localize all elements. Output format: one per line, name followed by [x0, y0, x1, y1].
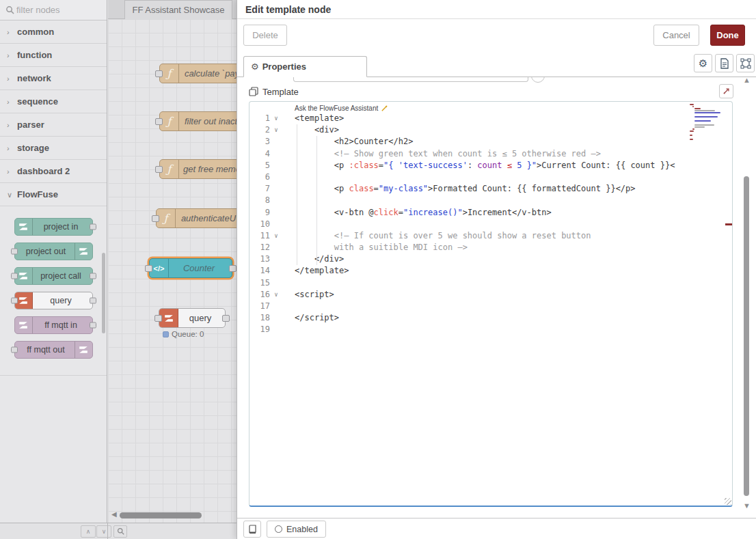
dialog-tabrow: ⚙Properties ⚙: [237, 51, 756, 77]
node-port-in[interactable]: [155, 70, 163, 77]
fold-arrow-icon[interactable]: ∨: [270, 289, 282, 301]
docs-button[interactable]: [243, 521, 261, 538]
edit-template-dialog: Edit template node Delete Cancel Done ⚙P…: [237, 0, 756, 539]
appearance-button[interactable]: [736, 54, 755, 72]
palette-category-common[interactable]: ›common: [0, 20, 107, 44]
node-port-out[interactable]: [90, 322, 96, 329]
palette-flowfuse-nodes: project inproject outproject callqueryff…: [0, 206, 107, 376]
enabled-label: Enabled: [286, 525, 318, 534]
palette-search[interactable]: [0, 0, 107, 20]
palette-node-project-out[interactable]: project out: [14, 243, 93, 260]
fold-arrow-icon[interactable]: ∨: [270, 124, 282, 136]
status-dot-icon: [163, 331, 169, 337]
enabled-toggle[interactable]: Enabled: [267, 521, 326, 538]
node-settings-button[interactable]: ⚙: [694, 54, 712, 72]
palette-category-storage[interactable]: ›storage: [0, 137, 107, 160]
code-line: 11∨ <!— If count is over 5 we should sho…: [249, 230, 732, 242]
minimap-line: [690, 130, 694, 132]
palette-category-sequence[interactable]: ›sequence: [0, 90, 107, 113]
flow-canvas[interactable]: ◀ ƒcalculate `payƒfilter out inactiƒget …: [108, 19, 237, 523]
palette-node-label: project in: [33, 219, 90, 235]
line-number: 8: [249, 195, 270, 206]
flow-node-authenticateu[interactable]: ƒauthenticateU: [156, 208, 237, 228]
scroll-down-icon[interactable]: ▼: [743, 501, 751, 510]
palette-node-ff-mqtt-out[interactable]: ff mqtt out: [14, 341, 93, 359]
palette-node-ff-mqtt-in[interactable]: ff mqtt in: [14, 316, 93, 334]
palette-node-project-call[interactable]: project call: [14, 267, 93, 285]
fold-arrow-icon[interactable]: ∨: [270, 113, 282, 124]
palette-node-label: project call: [33, 268, 90, 284]
code-editor[interactable]: Ask the FlowFuse Assistant 1∨<template>2…: [249, 101, 733, 507]
line-number: 13: [249, 253, 270, 265]
node-port-in[interactable]: [152, 215, 159, 222]
flow-node-counter[interactable]: </>Counter: [149, 258, 232, 278]
node-port-out[interactable]: [229, 265, 237, 272]
palette-category-dashboard-2[interactable]: ›dashboard 2: [0, 160, 107, 183]
flow-node-label: Counter: [169, 259, 229, 277]
delete-button[interactable]: Delete: [243, 25, 287, 46]
flow-node-label: filter out inacti: [179, 112, 237, 130]
fold-arrow-icon[interactable]: ∨: [270, 230, 282, 242]
collapse-all-button[interactable]: ∧: [81, 525, 96, 538]
code-line: 3 <h2>Counter</h2>: [249, 136, 732, 148]
node-port-in[interactable]: [11, 347, 18, 353]
expand-all-button[interactable]: ∨: [96, 525, 111, 538]
palette-category-function[interactable]: ›function: [0, 44, 107, 67]
code-line: 15: [249, 277, 732, 289]
flow-node-get-free-memo[interactable]: ƒget free memo: [159, 159, 237, 179]
scroll-up-icon[interactable]: ▲: [743, 77, 751, 84]
function-icon: ƒ: [160, 160, 179, 178]
node-port-in[interactable]: [145, 265, 152, 272]
node-port-in[interactable]: [154, 315, 162, 322]
tab-properties[interactable]: ⚙Properties: [243, 56, 367, 77]
description-button[interactable]: [715, 54, 733, 72]
workspace: FF Assistant Showcase ◀ ƒcalculate `payƒ…: [108, 0, 237, 523]
expand-editor-button[interactable]: [719, 84, 733, 98]
node-port-in[interactable]: [11, 298, 18, 304]
hscroll-left-icon[interactable]: ◀: [111, 510, 117, 518]
node-port-out[interactable]: [222, 315, 230, 322]
palette-category-parser[interactable]: ›parser: [0, 113, 107, 137]
editor-resize-handle[interactable]: [725, 498, 731, 505]
node-port-out[interactable]: [90, 224, 96, 230]
line-number: 10: [249, 219, 270, 230]
zoom-button[interactable]: [113, 525, 127, 538]
code-line: 10: [249, 219, 732, 230]
flow-node-calculate-pay[interactable]: ƒcalculate `pay: [159, 64, 237, 83]
code-line: 16∨<script>: [249, 289, 732, 301]
node-port-in[interactable]: [11, 273, 18, 279]
cancel-button[interactable]: Cancel: [653, 25, 699, 46]
hscroll-thumb[interactable]: [120, 512, 202, 519]
palette: ›common›function›network›sequence›parser…: [0, 0, 107, 523]
palette-node-query[interactable]: query: [14, 292, 93, 309]
assistant-button[interactable]: Ask the FlowFuse Assistant: [295, 103, 388, 113]
palette-category-network[interactable]: ›network: [0, 67, 107, 90]
palette-category-label: dashboard 2: [17, 166, 70, 176]
line-number: 16: [249, 289, 270, 301]
node-port-out[interactable]: [90, 273, 96, 279]
code-text: [282, 301, 295, 311]
palette-scrollbar[interactable]: [102, 253, 105, 333]
line-number: 2: [249, 124, 270, 136]
node-port-in[interactable]: [11, 249, 18, 255]
line-number: 3: [249, 136, 270, 148]
flow-tab[interactable]: FF Assistant Showcase: [124, 0, 232, 19]
flow-node-filter-out-inacti[interactable]: ƒfilter out inacti: [159, 111, 237, 131]
chevron-right-icon: ›: [7, 20, 17, 44]
filter-nodes-input[interactable]: [16, 0, 98, 19]
editor-minimap[interactable]: [690, 104, 728, 143]
code-line: 5 <p :class="{ 'text-success': count ≤ 5…: [249, 160, 732, 171]
flow-node-query[interactable]: query: [159, 308, 226, 328]
code-line: 12 with a suitible MDI icon —>: [249, 242, 732, 253]
palette-node-project-in[interactable]: project in: [14, 218, 93, 236]
minimap-line: [694, 116, 718, 118]
done-button[interactable]: Done: [710, 25, 745, 46]
node-status: Queue: 0: [163, 330, 204, 338]
dialog-scrollbar[interactable]: [744, 176, 749, 496]
node-port-out[interactable]: [90, 298, 96, 304]
code-line: 18</script>: [249, 312, 732, 324]
line-number: 1: [249, 113, 270, 124]
node-port-in[interactable]: [155, 166, 163, 173]
palette-category-flowfuse[interactable]: ∨FlowFuse: [0, 183, 107, 206]
node-port-in[interactable]: [155, 118, 163, 125]
